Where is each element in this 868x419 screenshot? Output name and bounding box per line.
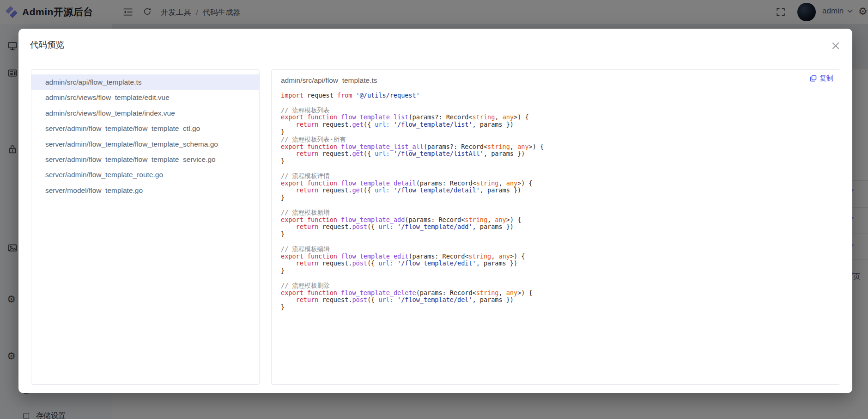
code-block: import request from '@/utils/request' //… (281, 92, 835, 311)
code-panel: admin/src/api/flow_template.ts 复制 import… (271, 69, 840, 385)
file-list-item[interactable]: server/admin/flow_template/flow_template… (31, 136, 259, 152)
screen: Admin开源后台 开发工具 / 代码生成器 admin (0, 0, 868, 419)
copy-icon (810, 75, 817, 82)
file-list-item[interactable]: server/admin/flow_template/flow_template… (31, 152, 259, 167)
file-list-item[interactable]: admin/src/views/flow_template/edit.vue (31, 90, 259, 105)
copy-button[interactable]: 复制 (810, 74, 833, 83)
modal-title: 代码预览 (30, 39, 64, 50)
file-list-item[interactable]: server/model/flow_template.go (31, 183, 259, 198)
file-list-item[interactable]: server/admin/flow_template_route.go (31, 167, 259, 182)
file-list: admin/src/api/flow_template.tsadmin/src/… (31, 69, 260, 385)
code-preview-modal: 代码预览 admin/src/api/flow_template.tsadmin… (18, 29, 852, 393)
file-list-item[interactable]: admin/src/api/flow_template.ts (31, 74, 259, 90)
close-icon[interactable] (831, 41, 841, 51)
file-list-item[interactable]: server/admin/flow_template/flow_template… (31, 121, 259, 136)
file-list-item[interactable]: admin/src/views/flow_template/index.vue (31, 105, 259, 121)
copy-label: 复制 (819, 74, 833, 83)
code-filename: admin/src/api/flow_template.ts (281, 76, 377, 85)
